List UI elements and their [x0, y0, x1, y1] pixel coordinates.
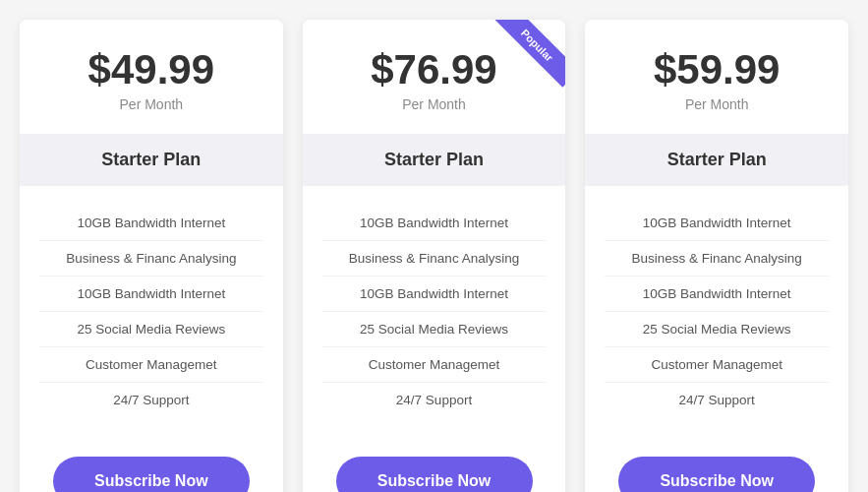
feature-item-3: 10GB Bandwidth Internet: [322, 277, 547, 312]
subscribe-button[interactable]: Subscribe Now: [53, 457, 250, 492]
feature-item-1: 10GB Bandwidth Internet: [322, 206, 547, 241]
feature-item-5: Customer Managemet: [605, 347, 829, 383]
popular-badge: Popular: [487, 20, 565, 98]
price-section: $59.99 Per Month: [585, 20, 848, 134]
subscribe-button[interactable]: Subscribe Now: [336, 457, 533, 492]
feature-item-1: 10GB Bandwidth Internet: [39, 206, 263, 241]
feature-item-6: 24/7 Support: [322, 383, 547, 417]
pricing-card-2: Popular $76.99 Per Month Starter Plan 10…: [303, 20, 566, 492]
feature-item-3: 10GB Bandwidth Internet: [605, 277, 829, 312]
price-amount: $59.99: [605, 47, 829, 92]
subscribe-section: Subscribe Now: [20, 441, 283, 492]
plan-name: Starter Plan: [39, 150, 263, 170]
features-section: 10GB Bandwidth Internet Business & Finan…: [585, 186, 848, 441]
feature-item-3: 10GB Bandwidth Internet: [39, 277, 263, 312]
pricing-card-1: $49.99 Per Month Starter Plan 10GB Bandw…: [20, 20, 283, 492]
price-period: Per Month: [322, 96, 547, 112]
plan-header: Starter Plan: [20, 134, 283, 186]
features-section: 10GB Bandwidth Internet Business & Finan…: [20, 186, 283, 441]
feature-item-4: 25 Social Media Reviews: [322, 312, 547, 347]
price-amount: $49.99: [39, 47, 263, 92]
price-period: Per Month: [39, 96, 263, 112]
feature-item-2: Business & Financ Analysing: [322, 241, 547, 277]
subscribe-section: Subscribe Now: [303, 441, 566, 492]
pricing-card-3: $59.99 Per Month Starter Plan 10GB Bandw…: [585, 20, 848, 492]
feature-item-5: Customer Managemet: [39, 347, 263, 383]
price-period: Per Month: [605, 96, 829, 112]
feature-item-6: 24/7 Support: [605, 383, 829, 417]
feature-item-5: Customer Managemet: [322, 347, 547, 383]
pricing-container: $49.99 Per Month Starter Plan 10GB Bandw…: [20, 20, 848, 492]
feature-item-4: 25 Social Media Reviews: [605, 312, 829, 347]
price-section: $49.99 Per Month: [20, 20, 283, 134]
plan-header: Starter Plan: [585, 134, 848, 186]
plan-header: Starter Plan: [303, 134, 566, 186]
popular-badge-label: Popular: [495, 20, 565, 88]
feature-item-2: Business & Financ Analysing: [39, 241, 263, 277]
features-section: 10GB Bandwidth Internet Business & Finan…: [303, 186, 566, 441]
feature-item-4: 25 Social Media Reviews: [39, 312, 263, 347]
feature-item-1: 10GB Bandwidth Internet: [605, 206, 829, 241]
feature-item-2: Business & Financ Analysing: [605, 241, 829, 277]
plan-name: Starter Plan: [322, 150, 547, 170]
plan-name: Starter Plan: [605, 150, 829, 170]
feature-item-6: 24/7 Support: [39, 383, 263, 417]
subscribe-section: Subscribe Now: [585, 441, 848, 492]
subscribe-button[interactable]: Subscribe Now: [618, 457, 815, 492]
